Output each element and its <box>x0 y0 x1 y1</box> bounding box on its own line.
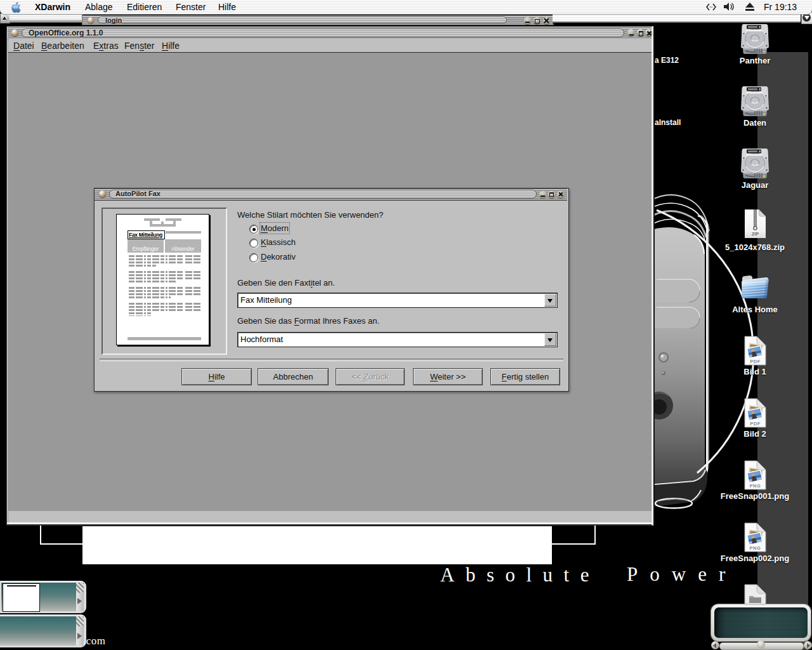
svg-text:PDF: PDF <box>750 359 761 364</box>
svg-text:PNG: PNG <box>750 483 761 489</box>
svg-text:PNG: PNG <box>750 545 761 551</box>
svg-text:PDF: PDF <box>750 421 761 427</box>
svg-text:ZIP: ZIP <box>752 231 759 237</box>
